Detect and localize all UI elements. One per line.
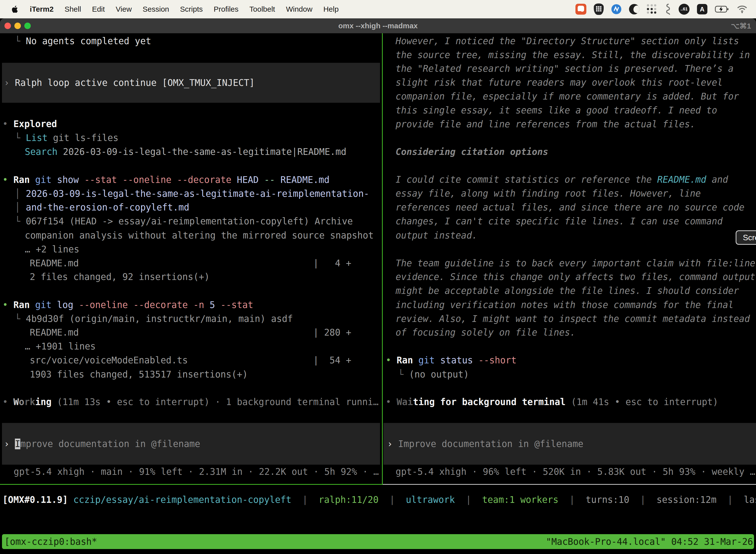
dots-grid-icon[interactable]	[647, 4, 657, 14]
squiggle-icon[interactable]	[664, 3, 671, 15]
menu-item-shell[interactable]: Shell	[64, 5, 81, 13]
output-line: … +2 lines	[25, 243, 79, 256]
notification-toast: Scre	[736, 230, 756, 245]
working-status-line: • Working (11m 13s • esc to interrupt) ·…	[2, 396, 378, 408]
menu-status-icons: ..61 A	[575, 3, 756, 15]
thinking-line: the source tree, missing the essay. Stil…	[396, 49, 750, 61]
thinking-line: evidence. Since this change only affects…	[396, 271, 755, 283]
thinking-line: slight risk that future readers may over…	[396, 77, 723, 89]
apple-icon[interactable]	[11, 5, 19, 14]
output-line: └ 4b9d30f (origin/main, instructkr/main,…	[15, 313, 293, 325]
diffstat-line: 2 files changed, 92 insertions(+)	[30, 271, 209, 283]
menu-item-window[interactable]: Window	[286, 5, 313, 13]
thinking-line: review. Also, I might want to inspect th…	[396, 313, 750, 325]
thinking-line: including verification notes with those …	[396, 299, 734, 311]
tmux-session-label: [omx-cczip0:bash*	[2, 536, 97, 547]
thinking-line: of focusing solely on file lines.	[396, 327, 575, 339]
right-pane-bottom-border	[383, 484, 756, 485]
agents-status-line: └ No agents completed yet	[15, 35, 151, 47]
output-line: companion analysis without altering the …	[25, 230, 374, 241]
menu-item-toolbelt[interactable]: Toolbelt	[250, 5, 275, 13]
command-line: • Ran git show --stat --oneline --decora…	[2, 174, 330, 186]
model-status-line: gpt-5.4 xhigh · 96% left · 520K in · 5.8…	[396, 466, 755, 478]
diffstat-line: src/voice/voiceModeEnabled.ts | 54 +	[30, 354, 352, 366]
menu-item-session[interactable]: Session	[143, 5, 169, 13]
command-line: • Ran git status --short	[386, 354, 516, 366]
thinking-line: the "Related research writing" section i…	[396, 63, 734, 75]
thinking-heading: Considering citation options	[396, 146, 548, 158]
output-line: … +1901 lines	[25, 340, 96, 352]
model-status-line: gpt-5.4 xhigh · main · 91% left · 2.31M …	[14, 466, 379, 478]
menu-item-view[interactable]: View	[116, 5, 132, 13]
thinking-line: However, I noticed the "Directory Struct…	[396, 35, 739, 47]
thinking-line: might be acceptable alongside the file l…	[396, 285, 739, 297]
terminal: └ No agents completed yet› Ralph loop ac…	[0, 33, 756, 554]
menu-item-edit[interactable]: Edit	[92, 5, 105, 13]
thinking-line: provide file and line references from th…	[396, 118, 695, 130]
tmux-host-clock: "MacBook-Pro-44.local" 04:52 31-Mar-26	[546, 536, 754, 547]
menu-item-help[interactable]: Help	[323, 5, 339, 13]
output-line: └ (no output)	[398, 369, 469, 381]
counter-badge-icon[interactable]: ..61	[679, 4, 690, 15]
diffstat-line: 1903 files changed, 513517 insertions(+)	[30, 369, 248, 381]
command-arg-wrap: │ 2026-03-09-is-legal-the-same-as-legiti…	[15, 188, 369, 200]
shield-grid-icon[interactable]	[594, 3, 604, 15]
diffstat-line: README.md | 4 +	[30, 258, 352, 269]
diffstat-line: README.md | 280 +	[30, 327, 352, 339]
macos-menu-bar: iTerm2ShellEditViewSessionScriptsProfile…	[0, 0, 756, 18]
sync-badge-icon[interactable]	[611, 4, 622, 14]
omx-status-line: [OMX#0.11.9] cczip/essay/ai-reimplementa…	[2, 494, 756, 506]
ralph-loop-line: › Ralph loop active continue [OMX_TMUX_I…	[4, 77, 255, 89]
waiting-status-line: • Waiting for background terminal (1m 41…	[386, 396, 718, 408]
thinking-line: I could cite commit statistics or refere…	[396, 174, 728, 186]
command-arg-wrap: │ and-the-erosion-of-copyleft.md	[15, 202, 189, 214]
wifi-icon[interactable]	[737, 5, 748, 13]
prompt-input-line: › Improve documentation in @filename	[387, 438, 583, 450]
output-line: └ 067f154 (HEAD -> essay/ai-reimplementa…	[15, 215, 353, 227]
thinking-line: this single essay, it seems like a good …	[396, 105, 717, 116]
thinking-line: essay file, along with finding root file…	[396, 188, 701, 200]
explored-header: • Explored	[2, 118, 57, 130]
window-title-bar: omx --xhigh --madmax ⌥⌘1	[0, 18, 756, 33]
explored-search-line: Search 2026-03-09-is-legal-the-same-as-l…	[25, 146, 346, 158]
thinking-line: references need actual files, and since …	[396, 202, 744, 214]
tmux-status-bar: [omx-cczip0:bash* "MacBook-Pro-44.local"…	[2, 534, 754, 549]
menu-item-iterm2[interactable]: iTerm2	[30, 5, 54, 13]
menu-item-scripts[interactable]: Scripts	[180, 5, 203, 13]
prompt-input-line: › Improve documentation in @filename	[4, 438, 200, 450]
command-line: • Ran git log --oneline --decorate -n 5 …	[2, 299, 253, 311]
thinking-line: output instead.	[396, 230, 478, 241]
menu-item-profiles[interactable]: Profiles	[213, 5, 238, 13]
thinking-line: The team guideline is to back every impo…	[396, 258, 755, 269]
window-shortcut: ⌥⌘1	[731, 21, 751, 30]
thinking-line: companion file, especially if more comme…	[396, 91, 739, 103]
pane-divider[interactable]	[382, 33, 383, 485]
window-title: omx --xhigh --madmax	[0, 21, 756, 30]
thinking-line: changes, I can't cite specific file line…	[396, 215, 723, 227]
menu-items: iTerm2ShellEditViewSessionScriptsProfile…	[0, 5, 338, 14]
left-pane-bottom-border	[0, 484, 382, 485]
screen-record-icon[interactable]	[575, 4, 586, 15]
letter-a-badge-icon[interactable]: A	[697, 4, 707, 14]
dark-app-icon[interactable]	[629, 4, 639, 14]
explored-list-line: └ List git ls-files	[15, 132, 119, 144]
battery-icon[interactable]	[715, 5, 729, 13]
